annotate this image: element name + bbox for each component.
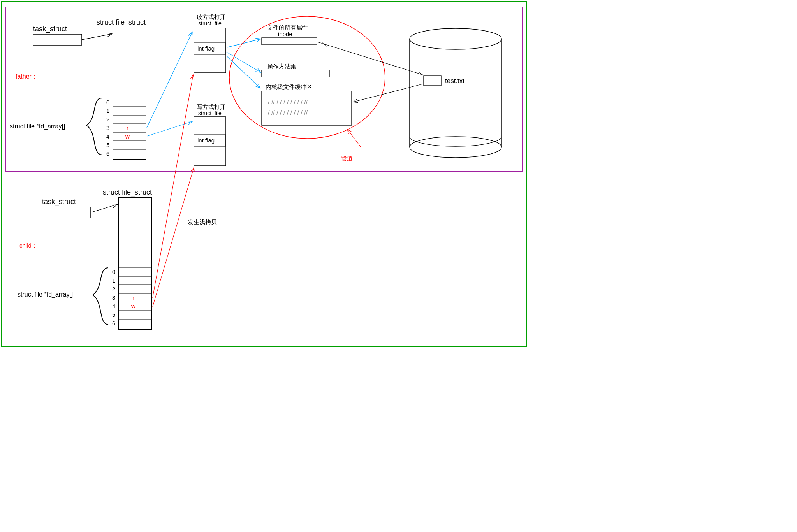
brace-1	[86, 98, 102, 155]
idx-6a: 6	[106, 150, 109, 157]
task-struct-label-1: task_struct	[33, 25, 67, 33]
file-struct-label-1: struct file_struct	[97, 18, 146, 26]
arrow-fd-r-read	[147, 32, 192, 128]
row-w-1: w	[125, 133, 130, 140]
arrow-task-to-file-2	[91, 204, 118, 212]
arrow-flag-to-buffer	[227, 56, 260, 88]
fd-array-label-1: struct file *fd_array[]	[10, 123, 65, 130]
idx-1b: 1	[112, 277, 115, 284]
fd-rows-2: 0 1 2 3 4 5 6 r w	[112, 268, 152, 327]
arrow-child-w-to-write	[153, 167, 194, 307]
arrow-inode-to-file	[318, 42, 422, 75]
read-open-label: 读方式打开	[197, 14, 226, 20]
row-w-2: w	[131, 303, 135, 309]
task-struct-box-2	[42, 207, 91, 218]
struct-file-label-2: struct_file	[198, 110, 222, 116]
struct-file-label-1: struct_file	[198, 20, 222, 26]
father-label: father：	[16, 73, 38, 80]
pipe-label: 管道	[341, 155, 353, 162]
idx-2a: 2	[106, 116, 109, 123]
file-struct-col-1	[113, 28, 146, 160]
row-r-1: r	[127, 125, 128, 131]
idx-3a: 3	[106, 125, 109, 131]
outer-box	[1, 1, 526, 346]
pipe-ellipse	[229, 16, 385, 139]
arrow-file-to-buffer	[353, 84, 422, 102]
idx-4b: 4	[112, 303, 115, 309]
kernel-buffer-line1: / // / / / / / / / / //	[268, 99, 308, 105]
svg-point-10	[410, 137, 501, 158]
kernel-buffer-label: 内核级文件缓冲区	[266, 83, 312, 90]
father-region	[6, 7, 522, 171]
svg-point-7	[410, 28, 501, 49]
disk-cylinder	[410, 28, 501, 158]
child-label: child：	[19, 242, 37, 249]
file-struct-col-2	[119, 198, 152, 329]
idx-1a: 1	[106, 107, 109, 114]
method-set-label: 操作方法集	[267, 63, 296, 70]
idx-0b: 0	[112, 269, 115, 275]
idx-5a: 5	[106, 142, 109, 148]
inode-box	[262, 38, 317, 45]
write-open-label: 写方式打开	[197, 104, 226, 110]
task-struct-label-2: task_struct	[42, 198, 76, 206]
diagram-canvas: task_struct father： struct file_struct 0…	[0, 0, 528, 348]
task-struct-box-1	[33, 34, 82, 45]
arrow-fd-w-write	[147, 121, 192, 136]
test-txt-box	[424, 76, 441, 86]
idx-4a: 4	[106, 133, 109, 140]
arrow-flag-to-inode	[227, 39, 261, 47]
inode-label: inode	[278, 31, 292, 37]
idx-0a: 0	[106, 99, 109, 105]
shallow-copy-label: 发生浅拷贝	[188, 219, 217, 225]
arrow-child-r-to-read	[153, 75, 193, 298]
file-struct-label-2: struct file_struct	[103, 188, 152, 197]
int-flag-label-1: int flag	[197, 45, 215, 52]
fd-array-label-2: struct file *fd_array[]	[18, 291, 73, 298]
idx-3b: 3	[112, 294, 115, 301]
kernel-buffer-line2: / // / / / / / / / / //	[268, 109, 308, 116]
method-set-box	[262, 70, 329, 77]
arrow-task-to-file-1	[82, 34, 112, 40]
file-all-attr-label: 文件的所有属性	[267, 24, 308, 31]
int-flag-label-2: int flag	[197, 137, 215, 144]
fd-rows-1: 0 1 2 3 4 5 6 r w	[106, 98, 146, 157]
row-r-2: r	[132, 294, 134, 301]
idx-5b: 5	[112, 311, 115, 318]
arrow-to-pipe	[347, 129, 361, 147]
idx-2b: 2	[112, 286, 115, 292]
test-txt-label: test.txt	[445, 77, 464, 84]
brace-2	[93, 268, 108, 325]
kernel-buffer-box	[262, 91, 352, 125]
idx-6b: 6	[112, 320, 115, 327]
